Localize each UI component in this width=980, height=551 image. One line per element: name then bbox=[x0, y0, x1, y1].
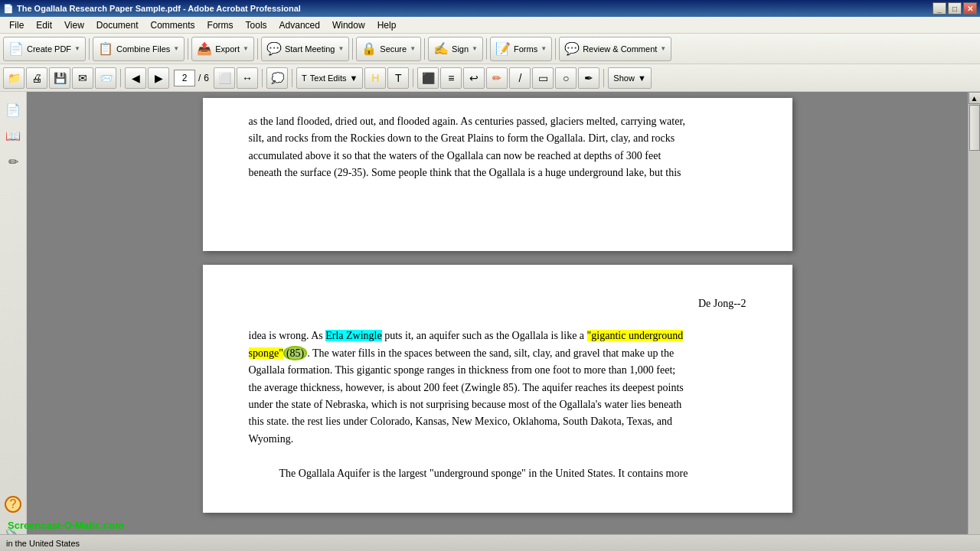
combine-files-button[interactable]: 📋 Combine Files ▼ bbox=[93, 37, 185, 61]
page2-para1-cont: sponge"(85). The water fills in the spac… bbox=[249, 345, 746, 362]
forward-button[interactable]: ▶ bbox=[148, 67, 169, 89]
toolbar1: 📄 Create PDF ▼ 📋 Combine Files ▼ 📤 Expor… bbox=[0, 34, 980, 64]
show-arrow: ▼ bbox=[638, 73, 646, 83]
scroll-track[interactable] bbox=[969, 104, 981, 539]
help-button[interactable]: ? bbox=[5, 496, 21, 513]
highlight-button[interactable]: H bbox=[364, 67, 386, 89]
pages-panel-button[interactable]: 📄 bbox=[3, 99, 23, 119]
page-input[interactable]: 2 bbox=[174, 70, 195, 86]
combine-icon: 📋 bbox=[98, 41, 113, 56]
back-button[interactable]: ◀ bbox=[125, 67, 146, 89]
forms-arrow: ▼ bbox=[541, 45, 547, 52]
bookmarks-panel-button[interactable]: 📖 bbox=[3, 126, 23, 145]
signatures-panel-button[interactable]: ✏ bbox=[3, 152, 23, 171]
fit-width-button[interactable]: ↔ bbox=[237, 67, 258, 89]
page2-para1-cont4: under the state of Nebraska, which is no… bbox=[249, 396, 746, 413]
watermark: Screencast-O-Matic.com bbox=[8, 520, 124, 531]
export-button[interactable]: 📤 Export ▼ bbox=[191, 37, 254, 61]
menu-document[interactable]: Document bbox=[90, 18, 145, 32]
main-area: 📄 📖 ✏ ? 📎 as the land flooded, dried out… bbox=[0, 92, 980, 551]
menu-window[interactable]: Window bbox=[326, 18, 371, 32]
menu-comments[interactable]: Comments bbox=[145, 18, 201, 32]
save-button[interactable]: 💾 bbox=[49, 67, 70, 89]
page1-line2: silt, and rocks from the Rockies down to… bbox=[249, 130, 746, 147]
toolbar2: 📁 🖨 💾 ✉ 📨 ◀ ▶ 2 / 6 ⬜ ↔ 💭 T Text Edits ▼… bbox=[0, 64, 980, 92]
page1-line1: as the land flooded, dried out, and floo… bbox=[249, 113, 746, 130]
show-label: Show bbox=[613, 73, 635, 83]
separator3 bbox=[257, 38, 258, 60]
page-1: as the land flooded, dried out, and floo… bbox=[203, 98, 792, 251]
folder-button[interactable]: 📁 bbox=[3, 67, 24, 89]
markup-button[interactable]: ✒ bbox=[578, 67, 599, 89]
menu-file[interactable]: File bbox=[3, 18, 30, 32]
export-label: Export bbox=[215, 44, 240, 54]
align-button[interactable]: ≡ bbox=[440, 67, 462, 89]
menu-tools[interactable]: Tools bbox=[240, 18, 273, 32]
title-text: 📄 The Ogallala Research Paper Sample.pdf… bbox=[3, 4, 301, 14]
page-total: 6 bbox=[204, 73, 209, 83]
start-meeting-icon: 💬 bbox=[266, 41, 282, 56]
rect-button[interactable]: ▭ bbox=[532, 67, 554, 89]
start-meeting-button[interactable]: 💬 Start Meeting ▼ bbox=[261, 37, 349, 61]
forms-icon: 📝 bbox=[495, 41, 511, 56]
print-button[interactable]: 🖨 bbox=[26, 67, 47, 89]
sign-button[interactable]: ✍ Sign ▼ bbox=[428, 37, 483, 61]
separator7 bbox=[555, 38, 556, 60]
secure-icon: 🔒 bbox=[361, 41, 377, 56]
minimize-button[interactable]: _ bbox=[933, 2, 946, 15]
select-button[interactable]: ⬛ bbox=[417, 67, 439, 89]
page2-para1-cont6: Wyoming. bbox=[249, 431, 746, 448]
scroll-thumb[interactable] bbox=[969, 105, 980, 151]
window-title: The Ogallala Research Paper Sample.pdf -… bbox=[17, 4, 301, 13]
text-edits-button[interactable]: T Text Edits ▼ bbox=[296, 67, 363, 89]
combine-label: Combine Files bbox=[116, 44, 170, 54]
menu-edit[interactable]: Edit bbox=[30, 18, 58, 32]
comment-button[interactable]: 💭 bbox=[266, 67, 288, 89]
document-area: as the land flooded, dried out, and floo… bbox=[27, 92, 968, 551]
scroll-up[interactable]: ▲ bbox=[969, 92, 981, 104]
stamp-button[interactable]: T bbox=[387, 67, 409, 89]
page-2: De Jong--2 idea is wrong. As Erla Zwingl… bbox=[203, 265, 792, 513]
menu-forms[interactable]: Forms bbox=[201, 18, 240, 32]
show-button[interactable]: Show ▼ bbox=[608, 67, 651, 89]
highlight-erla-zwingle: Erla Zwingle bbox=[325, 330, 381, 341]
highlight-sponge: sponge" bbox=[249, 347, 283, 359]
tb2-sep3 bbox=[292, 69, 292, 87]
combine-arrow: ▼ bbox=[173, 45, 179, 52]
page2-para1: idea is wrong. As Erla Zwingle puts it, … bbox=[249, 328, 746, 344]
menu-advanced[interactable]: Advanced bbox=[273, 18, 326, 32]
page-header: De Jong--2 bbox=[249, 295, 746, 312]
pencil-button[interactable]: ✏ bbox=[486, 67, 508, 89]
maximize-button[interactable]: □ bbox=[948, 2, 962, 15]
menu-view[interactable]: View bbox=[58, 18, 90, 32]
line-button[interactable]: / bbox=[509, 67, 531, 89]
fit-page-button[interactable]: ⬜ bbox=[214, 67, 235, 89]
secure-arrow: ▼ bbox=[410, 45, 416, 52]
page1-line3: accumulated above it so that the waters … bbox=[249, 148, 746, 165]
undo-button[interactable]: ↩ bbox=[463, 67, 485, 89]
review-icon: 💬 bbox=[564, 41, 580, 56]
text-edits-label: Text Edits bbox=[310, 73, 347, 83]
forms-button[interactable]: 📝 Forms ▼ bbox=[490, 37, 552, 61]
circle-button[interactable]: ○ bbox=[555, 67, 577, 89]
page2-para1-cont2: Ogallala formation. This gigantic sponge… bbox=[249, 362, 746, 379]
create-pdf-button[interactable]: 📄 Create PDF ▼ bbox=[3, 37, 86, 61]
close-button[interactable]: ✕ bbox=[963, 2, 977, 15]
review-comment-button[interactable]: 💬 Review & Comment ▼ bbox=[559, 37, 671, 61]
menu-bar: File Edit View Document Comments Forms T… bbox=[0, 17, 980, 34]
page-nav: 2 / 6 bbox=[171, 70, 212, 86]
title-bar: 📄 The Ogallala Research Paper Sample.pdf… bbox=[0, 0, 980, 17]
separator4 bbox=[352, 38, 353, 60]
text-edits-arrow: ▼ bbox=[349, 73, 358, 83]
tb2-sep5 bbox=[603, 69, 604, 87]
email-button[interactable]: ✉ bbox=[72, 67, 93, 89]
menu-help[interactable]: Help bbox=[371, 18, 403, 32]
send-button[interactable]: 📨 bbox=[95, 67, 116, 89]
forms-label: Forms bbox=[514, 44, 537, 54]
tb2-sep4 bbox=[413, 69, 413, 87]
separator1 bbox=[89, 38, 90, 60]
tb2-sep1 bbox=[120, 69, 121, 87]
sign-label: Sign bbox=[452, 44, 469, 54]
bottom-bar: in the United States bbox=[0, 534, 980, 551]
secure-button[interactable]: 🔒 Secure ▼ bbox=[356, 37, 421, 61]
